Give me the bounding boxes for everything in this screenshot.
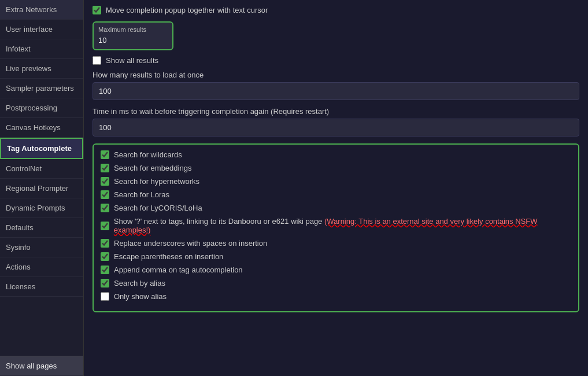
cb-comma-checkbox[interactable] (101, 266, 109, 274)
checkbox-row-0: Search for wildcards (101, 150, 571, 159)
sidebar-item-regional-prompter[interactable]: Regional Prompter (0, 179, 83, 198)
move-completion-checkbox[interactable] (93, 6, 101, 14)
cb-wildcards-label: Search for wildcards (114, 150, 182, 159)
how-many-results-input[interactable] (93, 82, 579, 100)
sidebar-item-user-interface[interactable]: User interface (0, 20, 83, 39)
cb-escape-checkbox[interactable] (101, 252, 109, 261)
cb-wiki-label: Show '?' next to tags, linking to its Da… (114, 217, 571, 234)
checkbox-row-6: Replace underscores with spaces on inser… (101, 239, 571, 248)
sidebar-item-extra-networks[interactable]: Extra Networks (0, 0, 83, 20)
time-ms-wrap: Time in ms to wait before triggering com… (93, 107, 579, 137)
cb-underscores-label: Replace underscores with spaces on inser… (114, 239, 267, 248)
cb-hypernetworks-label: Search for hypernetworks (114, 177, 199, 186)
cb-only-alias-label: Only show alias (114, 292, 167, 301)
cb-comma-label: Append comma on tag autocompletion (114, 266, 243, 274)
sidebar-item-sysinfo[interactable]: Sysinfo (0, 238, 83, 257)
sidebar-item-live-previews[interactable]: Live previews (0, 59, 83, 79)
sidebar-item-licenses[interactable]: Licenses (0, 277, 83, 297)
cb-wildcards-checkbox[interactable] (101, 150, 109, 159)
cb-underscores-checkbox[interactable] (101, 239, 109, 248)
move-completion-label: Move completion popup together with text… (106, 6, 268, 14)
checkbox-row-9: Search by alias (101, 279, 571, 287)
checkbox-row-10: Only show alias (101, 292, 571, 301)
checkbox-row-4: Search for LyCORIS/LoHa (101, 204, 571, 212)
sidebar: Extra NetworksUser interfaceInfotextLive… (0, 0, 84, 376)
cb-wiki-checkbox[interactable] (101, 222, 109, 230)
cb-alias-checkbox[interactable] (101, 279, 109, 287)
show-all-results-checkbox[interactable] (93, 56, 101, 65)
checkboxes-section: Search for wildcardsSearch for embedding… (93, 143, 579, 312)
sidebar-item-actions[interactable]: Actions (0, 257, 83, 277)
max-results-input[interactable] (98, 35, 145, 46)
cb-hypernetworks-checkbox[interactable] (101, 177, 109, 186)
show-all-results-label: Show all results (106, 56, 158, 65)
checkbox-row-7: Escape parentheses on insertion (101, 252, 571, 261)
move-completion-row: Move completion popup together with text… (93, 6, 579, 14)
sidebar-item-canvas-hotkeys[interactable]: Canvas Hotkeys (0, 118, 83, 138)
time-ms-input[interactable] (93, 119, 579, 137)
sidebar-item-dynamic-prompts[interactable]: Dynamic Prompts (0, 198, 83, 218)
time-ms-label: Time in ms to wait before triggering com… (93, 107, 579, 116)
sidebar-item-sampler-parameters[interactable]: Sampler parameters (0, 79, 83, 98)
cb-only-alias-checkbox[interactable] (101, 292, 109, 301)
how-many-results-label: How many results to load at once (93, 71, 579, 79)
cb-lycoris-label: Search for LyCORIS/LoHa (114, 204, 202, 212)
sidebar-item-controlnet[interactable]: ControlNet (0, 159, 83, 179)
sidebar-item-infotext[interactable]: Infotext (0, 39, 83, 59)
cb-escape-label: Escape parentheses on insertion (114, 252, 223, 261)
cb-alias-label: Search by alias (114, 279, 165, 287)
cb-embeddings-label: Search for embeddings (114, 164, 191, 172)
cb-lycoris-checkbox[interactable] (101, 204, 109, 212)
sidebar-item-tag-autocomplete[interactable]: Tag Autocomplete (0, 138, 83, 159)
main-content: Move completion popup together with text… (84, 0, 588, 376)
show-all-pages-button[interactable]: Show all pages (0, 356, 83, 376)
checkbox-row-3: Search for Loras (101, 190, 571, 199)
cb-embeddings-checkbox[interactable] (101, 164, 109, 172)
sidebar-item-postprocessing[interactable]: Postprocessing (0, 98, 83, 118)
show-all-results-row: Show all results (93, 56, 579, 65)
max-results-box: Maximum results (93, 21, 173, 50)
cb-loras-checkbox[interactable] (101, 190, 109, 199)
checkbox-row-1: Search for embeddings (101, 164, 571, 172)
checkbox-row-8: Append comma on tag autocompletion (101, 266, 571, 274)
checkbox-row-5: Show '?' next to tags, linking to its Da… (101, 217, 571, 234)
max-results-label: Maximum results (98, 26, 168, 33)
cb-loras-label: Search for Loras (114, 190, 169, 199)
sidebar-item-defaults[interactable]: Defaults (0, 218, 83, 238)
checkbox-row-2: Search for hypernetworks (101, 177, 571, 186)
how-many-results-wrap: How many results to load at once (93, 71, 579, 100)
